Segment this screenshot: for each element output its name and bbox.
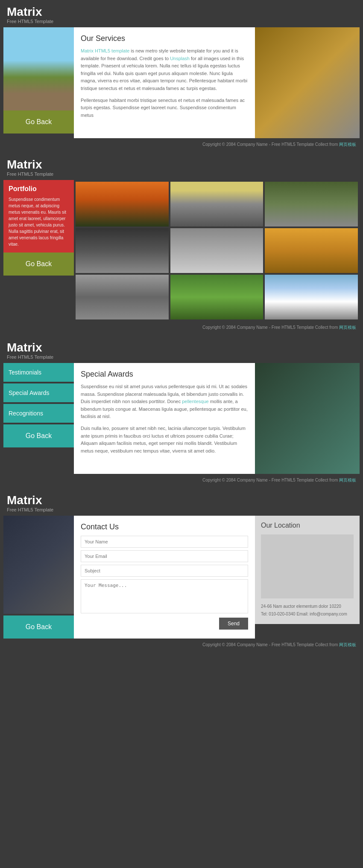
footer-3: Copyright © 2084 Company Name - Free HTM…: [0, 474, 363, 487]
footer-4: Copyright © 2084 Company Name - Free HTM…: [0, 639, 363, 651]
portfolio-item-2[interactable]: [170, 182, 263, 226]
right-panel-1: [255, 27, 360, 138]
portfolio-grid: [76, 182, 358, 319]
header-section4: Matrix Free HTML5 Template: [0, 488, 363, 516]
location-address: 24-66 Nam auctor elementum dolor 10220 T…: [261, 603, 354, 618]
portfolio-item-6[interactable]: [265, 228, 358, 273]
go-back-btn-3[interactable]: Go Back: [3, 424, 74, 447]
portfolio-grid-container: [74, 180, 360, 321]
nav-recognitions[interactable]: Recognitions: [3, 404, 74, 423]
unsplash-link[interactable]: Unsplash: [170, 56, 190, 61]
contact-image: [3, 516, 74, 614]
header-section1: Matrix Free HTML5 Template: [0, 0, 363, 27]
brand-title-3: Matrix: [7, 341, 356, 354]
stones-image: [3, 27, 74, 110]
brand-title-4: Matrix: [7, 494, 356, 507]
portfolio-item-5[interactable]: [170, 228, 263, 273]
location-title: Our Location: [261, 522, 354, 529]
subject-input[interactable]: [81, 565, 248, 577]
tagline-4: Free HTML5 Template: [7, 507, 356, 512]
tagline-1: Free HTML5 Template: [7, 19, 356, 24]
header-section3: Matrix Free HTML5 Template: [0, 336, 363, 363]
header-section2: Matrix Free HTML5 Template: [0, 153, 363, 180]
footer-link-2[interactable]: 网页模板: [339, 325, 356, 330]
portfolio-sidebar: Portfolio Suspendisse condimentum metus …: [3, 180, 74, 253]
services-title: Our Services: [81, 34, 248, 43]
awards-panel: Special Awards Suspendisse eu nisl sit a…: [74, 363, 255, 474]
awards-title: Special Awards: [81, 370, 248, 379]
awards-link[interactable]: pellentesque: [182, 399, 208, 404]
phone-image: [255, 363, 360, 474]
portfolio-item-8[interactable]: [170, 275, 263, 319]
portfolio-item-4[interactable]: [76, 228, 169, 273]
desk-image: [255, 27, 360, 138]
nav-testimonials[interactable]: Testimonials: [3, 363, 74, 382]
location-panel: Our Location 24-66 Nam auctor elementum …: [255, 516, 360, 624]
footer-1: Copyright © 2084 Company Name - Free HTM…: [0, 138, 363, 151]
portfolio-item-9[interactable]: [265, 275, 358, 319]
awards-nav: Testimonials Special Awards Recognitions: [3, 363, 74, 423]
services-panel: Our Services Matrix HTML5 template is ne…: [74, 27, 255, 138]
nav-special-awards[interactable]: Special Awards: [3, 383, 74, 402]
portfolio-item-1[interactable]: [76, 182, 169, 226]
right-panel-3: [255, 363, 360, 474]
tagline-3: Free HTML5 Template: [7, 354, 356, 360]
location-map: [261, 534, 354, 598]
footer-2: Copyright © 2084 Company Name - Free HTM…: [0, 321, 363, 334]
go-back-btn-2[interactable]: Go Back: [3, 253, 74, 276]
portfolio-item-3[interactable]: [265, 182, 358, 226]
portfolio-item-7[interactable]: [76, 275, 169, 319]
footer-link-3[interactable]: 网页模板: [339, 478, 356, 482]
services-body2: Pellentesque habitant morbi tristique se…: [81, 97, 248, 119]
awards-para2: Duis nulla leo, posuere sit amet nibh ne…: [81, 425, 248, 455]
go-back-btn-4[interactable]: Go Back: [3, 615, 74, 639]
name-input[interactable]: [81, 536, 248, 548]
message-input[interactable]: [81, 579, 248, 613]
left-panel-3: Testimonials Special Awards Recognitions…: [3, 363, 74, 474]
footer-link-4[interactable]: 网页模板: [339, 642, 356, 647]
left-panel-1: Go Back: [3, 27, 74, 138]
left-panel-2: Portfolio Suspendisse condimentum metus …: [3, 180, 74, 321]
portfolio-title: Portfolio: [9, 185, 69, 193]
services-body: Matrix HTML5 template is new metro style…: [81, 47, 248, 93]
portfolio-desc: Suspendisse condimentum metus neque, at …: [9, 196, 69, 247]
footer-link-1[interactable]: 网页模板: [339, 142, 356, 147]
left-panel-4: Go Back: [3, 516, 74, 639]
contact-panel: Contact Us Send: [74, 516, 255, 639]
awards-para1: Suspendisse eu nisl sit amet purus variu…: [81, 383, 248, 421]
brand-title-2: Matrix: [7, 158, 356, 171]
services-scroll[interactable]: Our Services Matrix HTML5 template is ne…: [81, 34, 248, 123]
tagline-2: Free HTML5 Template: [7, 171, 356, 177]
email-input[interactable]: [81, 550, 248, 562]
send-button[interactable]: Send: [219, 618, 248, 630]
matrix-link[interactable]: Matrix HTML5 template: [81, 48, 129, 53]
contact-title: Contact Us: [81, 523, 248, 531]
go-back-btn-1[interactable]: Go Back: [3, 110, 74, 134]
brand-title-1: Matrix: [7, 5, 356, 19]
